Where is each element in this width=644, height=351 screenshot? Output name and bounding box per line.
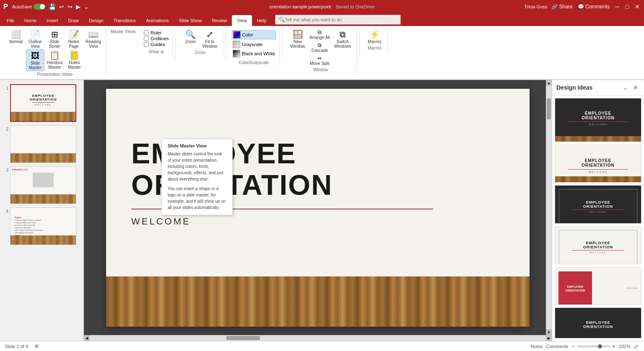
divider-1 [175,29,176,59]
idea-img-5: EMPLOYEEORIENTATION WELCOME [555,267,641,305]
view-outline[interactable]: 📄 OutlineView [26,28,44,49]
fit-to-window-button[interactable]: ⤢ Fit toWindow [201,28,219,49]
view-reading[interactable]: 📖 ReadingView [84,28,103,49]
vertical-scrollbar[interactable]: ▲ ▼ [546,80,552,335]
guides-checkbox[interactable]: Guides [144,42,169,47]
scroll-up-button[interactable]: ▲ [546,80,552,86]
restore-button[interactable]: □ [624,3,631,10]
present-icon[interactable]: ▶ [75,3,81,11]
slide-thumb-1[interactable]: 1 EMPLOYEE ORIENTATION WELCOME [2,83,82,123]
view-slide-master[interactable]: 🖼 SlideMaster [26,49,44,71]
scroll-right-button[interactable]: ▶ [546,335,552,341]
group-show: Ruler Gridlines Guides Show ⊞ [140,28,172,55]
zoom-slider[interactable] [577,346,610,347]
tab-transitions[interactable]: Transitions [109,15,141,26]
ruler-checkbox[interactable]: Ruler [144,30,169,35]
slide-wood [106,276,530,327]
search-bar[interactable]: 🔍 [275,15,401,25]
move-split-button[interactable]: ⇔ Move Split [308,54,332,67]
zoom-control[interactable]: − + 102% [571,343,631,350]
cascade-label: Cascade [312,48,328,53]
tab-review[interactable]: Review [207,15,232,26]
arrange-all-button[interactable]: ⊟ Arrange All [308,28,332,41]
autosave-toggle[interactable]: AutoSave [12,4,46,10]
switch-windows-button[interactable]: ⧉ SwitchWindows [332,28,353,49]
design-idea-1[interactable]: EMPLOYEE ORIENTATION WELCOME [555,98,641,142]
slide-thumb-3[interactable]: 3 PARADOX, LLC [2,165,82,205]
design-panel-dropdown-icon[interactable]: ⌄ [621,83,630,92]
design-idea-5[interactable]: EMPLOYEEORIENTATION WELCOME [555,267,641,305]
design-panel-close-icon[interactable]: ✕ [631,83,640,92]
horizontal-scrollbar[interactable]: ◀ ▶ [84,335,552,341]
zoom-button[interactable]: 🔍 Zoom [182,28,200,45]
status-icon: ⊞ [35,343,39,349]
design-idea-4[interactable]: EMPLOYEE ORIENTATION WELCOME [555,226,641,264]
zoom-in-icon[interactable]: + [612,343,615,350]
macros-icon: ⚡ [369,29,380,39]
idea1-wood [555,136,641,142]
move-split-label: Move Split [310,61,330,66]
view-notes-page[interactable]: 📝 NotesPage [65,28,83,49]
slide-master-icon: 🖼 [31,51,39,61]
color-option[interactable]: Color [232,30,276,39]
macros-button[interactable]: ⚡ Macros [366,28,384,45]
gridlines-input[interactable] [144,36,149,41]
notes-page-label: NotesPage [68,39,79,49]
comments-button[interactable]: Comments [546,344,568,349]
master-views-items: 🖼 SlideMaster 📋 HandoutMaster 📒 NotesMas… [26,49,84,71]
slide-thumb-2[interactable]: 2 [2,124,82,164]
more-icon[interactable]: ⌄ [83,3,90,11]
slide-num-4: 4 [3,207,8,214]
fit-view-icon[interactable]: ⤢ [634,343,639,350]
scroll-down-button[interactable]: ▼ [546,329,552,335]
search-input[interactable] [285,17,369,22]
design-idea-6[interactable]: EMPLOYEE ORIENTATION [555,307,641,338]
master-views-label: Master Views [111,29,136,34]
design-idea-2[interactable]: EMPLOYEE ORIENTATION WELCOME [555,145,641,183]
slide-thumb-4[interactable]: 4 Topics Employee Rights & Responsibilit… [2,206,82,246]
bw-option[interactable]: Black and White [232,49,276,58]
minimize-button[interactable]: ─ [614,3,621,10]
scroll-thumb-v[interactable] [547,98,551,119]
cascade-button[interactable]: ⧉ Cascade [308,41,332,54]
view-notes-master[interactable]: 📒 NotesMaster [65,49,84,70]
guides-input[interactable] [144,42,149,47]
slide2-wood [10,153,76,163]
close-button[interactable]: ✕ [634,3,641,10]
tab-slideshow[interactable]: Slide Show [174,15,207,26]
new-window-button[interactable]: 🪟 NewWindow [288,28,307,49]
tab-draw[interactable]: Draw [63,15,84,26]
view-handout-master[interactable]: 📋 HandoutMaster [45,49,65,70]
view-normal[interactable]: ⬜ Normal [7,28,25,45]
tab-animations[interactable]: Animations [141,15,174,26]
autosave-switch[interactable] [34,4,45,10]
scroll-thumb-h[interactable] [226,336,260,340]
save-icon[interactable]: 💾 [48,3,57,11]
zoom-percent: 102% [619,344,631,349]
design-panel-header: Design Ideas ⌄ ✕ [552,80,644,95]
autosave-label: AutoSave [12,4,32,9]
design-idea-3[interactable]: EMPLOYEE ORIENTATION WELCOME [555,185,641,223]
tab-design[interactable]: Design [84,15,108,26]
tab-insert[interactable]: Insert [42,15,63,26]
notes-button[interactable]: Notes [531,344,543,349]
tab-file[interactable]: File [2,15,19,26]
comments-icon[interactable]: 💬 Comments [577,3,610,10]
presentation-views-items: ⬜ Normal 📄 OutlineView ⊞ SlideSorter 📝 N… [7,28,103,49]
scroll-left-button[interactable]: ◀ [84,335,90,341]
ruler-input[interactable] [144,30,149,35]
ruler-label: Ruler [151,30,161,35]
outline-label: OutlineView [29,39,42,49]
share-icon[interactable]: 🔗 Share [551,3,573,10]
tab-view[interactable]: View [232,15,252,26]
view-slide-sorter[interactable]: ⊞ SlideSorter [45,28,64,49]
show-expand-icon[interactable]: ⊞ [161,50,164,54]
zoom-out-icon[interactable]: − [571,343,575,350]
ribbon-content: ⬜ Normal 📄 OutlineView ⊞ SlideSorter 📝 N… [0,26,644,80]
grayscale-option[interactable]: Grayscale [232,40,276,49]
redo-icon[interactable]: ↪ [67,3,73,11]
tab-home[interactable]: Home [19,15,42,26]
undo-icon[interactable]: ↩ [58,3,65,11]
tab-help[interactable]: Help [252,15,272,26]
gridlines-checkbox[interactable]: Gridlines [144,36,169,41]
